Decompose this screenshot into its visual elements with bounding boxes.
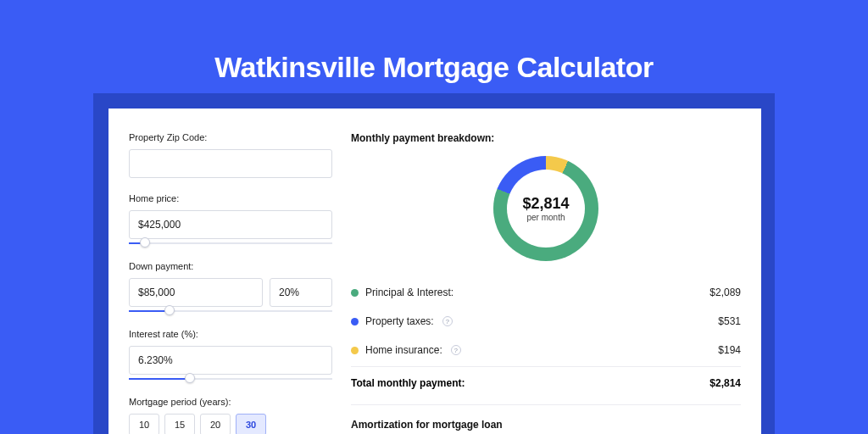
down-payment-pct-input[interactable] — [270, 278, 332, 307]
period-pill-30[interactable]: 30 — [236, 414, 266, 434]
period-pills: 10152030 — [129, 414, 332, 434]
period-label: Mortgage period (years): — [129, 397, 332, 407]
donut-chart: $2,814 per month — [493, 156, 598, 261]
donut-sub: per month — [526, 213, 565, 222]
down-payment-input[interactable] — [129, 278, 263, 307]
period-pill-10[interactable]: 10 — [129, 414, 159, 434]
legend-row: Principal & Interest:$2,089 — [351, 278, 741, 307]
legend-value: $2,089 — [709, 287, 741, 298]
interest-label: Interest rate (%): — [129, 329, 332, 339]
period-pill-20[interactable]: 20 — [200, 414, 231, 434]
yellow-dot-icon — [351, 347, 359, 354]
page-title: Watkinsville Mortgage Calculator — [0, 0, 868, 84]
interest-slider[interactable] — [129, 376, 332, 383]
info-icon[interactable]: ? — [451, 345, 461, 355]
legend-label: Property taxes: — [365, 315, 434, 327]
zip-input[interactable] — [129, 149, 332, 178]
form-panel: Property Zip Code: Home price: Down paym… — [129, 132, 332, 434]
amortization-section: Amortization for mortgage loan Amortizat… — [351, 404, 741, 434]
legend-value: $194 — [718, 344, 741, 356]
home-price-slider[interactable] — [129, 241, 332, 248]
blue-dot-icon — [351, 318, 359, 326]
zip-label: Property Zip Code: — [129, 132, 332, 142]
breakdown-title: Monthly payment breakdown: — [351, 132, 741, 144]
amort-title: Amortization for mortgage loan — [351, 419, 741, 431]
info-icon[interactable]: ? — [442, 316, 453, 326]
donut-amount: $2,814 — [522, 195, 569, 213]
down-payment-slider[interactable] — [129, 309, 332, 315]
period-pill-15[interactable]: 15 — [164, 414, 195, 434]
legend-row: Property taxes:?$531 — [351, 307, 741, 336]
total-label: Total monthly payment: — [351, 377, 465, 389]
interest-input[interactable] — [129, 346, 332, 375]
breakdown-panel: Monthly payment breakdown: $2,814 per mo… — [351, 132, 741, 434]
home-price-input[interactable] — [129, 210, 332, 239]
legend-label: Home insurance: — [365, 344, 442, 356]
green-dot-icon — [351, 289, 359, 297]
down-payment-label: Down payment: — [129, 261, 332, 271]
legend-label: Principal & Interest: — [365, 287, 453, 298]
legend: Principal & Interest:$2,089Property taxe… — [351, 278, 741, 364]
legend-value: $531 — [718, 315, 741, 327]
home-price-label: Home price: — [129, 193, 332, 203]
legend-row: Home insurance:?$194 — [351, 336, 741, 364]
calculator-card: Property Zip Code: Home price: Down paym… — [108, 108, 761, 434]
total-value: $2,814 — [709, 377, 741, 389]
